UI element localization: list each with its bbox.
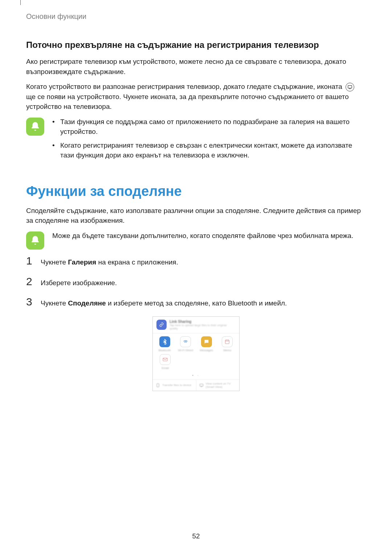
step-number: 2 — [26, 275, 34, 288]
step-text: Чукнете Споделяне и изберете метод за сп… — [41, 296, 287, 308]
email-icon — [160, 354, 171, 365]
intro-paragraph: Споделяйте съдържание, като използвате р… — [26, 206, 366, 226]
step-number: 3 — [26, 296, 34, 308]
paragraph-1: Ако регистрирате телевизор към устройств… — [26, 57, 366, 77]
step-text-bold: Галерия — [68, 258, 96, 266]
share-header-title: Link Sharing — [170, 320, 236, 324]
step-number: 1 — [26, 255, 34, 267]
note-text-2: Може да бъдете таксувани допълнително, к… — [52, 231, 353, 241]
note-bell-icon — [26, 231, 44, 250]
svg-rect-3 — [157, 383, 159, 387]
share-item-label: Wi-Fi Direct — [178, 349, 193, 352]
step-text-pre: Изберете изображение. — [41, 279, 117, 287]
svg-rect-1 — [225, 340, 229, 344]
note-block-1: Тази функция се поддържа само от приложе… — [26, 117, 366, 164]
share-item-label: Email — [162, 366, 169, 370]
wifi-icon — [180, 336, 191, 347]
device-icon — [156, 383, 160, 387]
main-heading: Функции за споделяне — [26, 184, 366, 199]
step-1: 1 Чукнете Галерия на екрана с приложения… — [26, 255, 366, 267]
share-grid-row-2: Email — [153, 353, 239, 373]
share-item-messages[interactable]: Messages — [197, 336, 216, 352]
step-text: Чукнете Галерия на екрана с приложения. — [41, 255, 178, 267]
step-text-post: на екрана с приложения. — [96, 258, 178, 266]
bluetooth-icon — [159, 336, 170, 347]
share-panel-footer: Transfer files to device View content on… — [153, 379, 239, 391]
share-panel-header-text: Link Sharing Tap here to upload large fi… — [170, 320, 236, 330]
top-rule — [20, 0, 21, 5]
messages-icon — [201, 336, 212, 347]
step-text-pre: Чукнете — [41, 258, 68, 266]
note-list-1: Тази функция се поддържа само от приложе… — [52, 117, 366, 164]
paragraph-2: Когато устройството ви разпознае регистр… — [26, 82, 366, 112]
steps-list: 1 Чукнете Галерия на екрана с приложения… — [26, 255, 366, 308]
footer-transfer-files[interactable]: Transfer files to device — [153, 380, 196, 391]
svg-rect-2 — [163, 358, 167, 361]
page-number: 52 — [0, 532, 392, 540]
share-item-label: Messages — [200, 349, 213, 352]
link-sharing-icon — [156, 320, 167, 330]
note-block-2: Може да бъдете таксувани допълнително, к… — [26, 231, 366, 250]
svg-rect-0 — [348, 86, 352, 88]
note-item: Тази функция се поддържа само от приложе… — [52, 117, 366, 137]
footer-right-label: View content on TV (Smart View) — [206, 382, 237, 389]
page-content: Поточно прехвърляне на съдържание на рег… — [26, 40, 366, 391]
section-heading: Поточно прехвърляне на съдържание на рег… — [26, 40, 366, 50]
footer-smart-view[interactable]: View content on TV (Smart View) — [196, 380, 240, 391]
step-2: 2 Изберете изображение. — [26, 275, 366, 288]
step-text-bold: Споделяне — [68, 299, 106, 307]
step-text: Изберете изображение. — [41, 276, 117, 288]
share-item-bluetooth[interactable]: Bluetooth — [155, 336, 175, 352]
share-panel: Link Sharing Tap here to upload large fi… — [152, 316, 240, 391]
step-text-post: и изберете метод за споделяне, като Blue… — [106, 299, 287, 307]
share-panel-header[interactable]: Link Sharing Tap here to upload large fi… — [153, 317, 239, 333]
share-header-sub: Tap here to upload large files to their … — [170, 324, 236, 330]
breadcrumb: Основни функции — [26, 12, 86, 21]
share-item-label: Memo — [223, 349, 231, 352]
footer-left-label: Transfer files to device — [162, 383, 191, 387]
pagination-dots: • · — [153, 373, 239, 379]
step-3: 3 Чукнете Споделяне и изберете метод за … — [26, 296, 366, 308]
step-text-pre: Чукнете — [41, 299, 68, 307]
share-item-label: Bluetooth — [159, 349, 171, 352]
note-item: Когато регистрираният телевизор е свърза… — [52, 140, 366, 160]
stream-to-tv-icon — [346, 83, 354, 91]
share-item-email[interactable]: Email — [155, 354, 176, 370]
share-item-memo[interactable]: Memo — [218, 336, 237, 352]
share-grid-row-1: Bluetooth Wi-Fi Direct Messages Memo — [153, 333, 239, 353]
paragraph-2b: ще се появи на устройството. Чукнете ико… — [26, 93, 349, 111]
svg-rect-4 — [200, 384, 203, 386]
paragraph-2a: Когато устройството ви разпознае регистр… — [26, 83, 342, 90]
note-bell-icon — [26, 118, 44, 136]
memo-icon — [222, 336, 233, 347]
tv-icon — [199, 383, 204, 387]
share-item-wifi-direct[interactable]: Wi-Fi Direct — [176, 336, 196, 352]
